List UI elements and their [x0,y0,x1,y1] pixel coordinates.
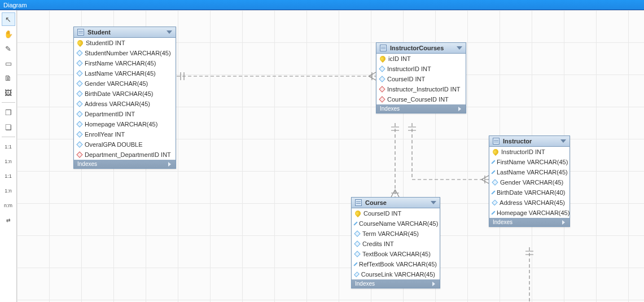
column-text: LastName VARCHAR(45) [85,70,156,77]
column-row[interactable]: Gender VARCHAR(45) [74,78,176,89]
column-text: Homepage VARCHAR(45) [497,209,569,216]
relation-1n-icon[interactable]: 1:n [5,155,12,168]
relation-11-icon[interactable]: 1:1 [5,140,12,154]
header-title: Diagram [3,2,27,8]
column-row[interactable]: FirstName VARCHAR(45) [74,58,176,68]
column-row[interactable]: Address VARCHAR(45) [489,198,569,208]
column-row[interactable]: TextBook VARCHAR(45) [352,249,440,259]
pencil-tool-icon[interactable]: ✎ [2,42,15,55]
column-text: InstructorID INT [501,148,545,155]
relation-nm-icon[interactable]: n:m [4,199,12,212]
column-row[interactable]: BirthDate VARCHAR(45) [74,89,176,99]
collapse-icon[interactable] [431,201,436,204]
column-row[interactable]: BirthDate VARCHAR(40) [489,187,569,198]
column-icon [76,121,82,127]
column-icon [354,230,360,237]
column-text: BirthDate VARCHAR(45) [85,90,153,97]
column-text: Instructor_InstructorID INT [387,86,461,93]
entity-footer[interactable]: Indexes [74,160,176,168]
column-row[interactable]: Address VARCHAR(45) [74,99,176,109]
rect-tool-icon[interactable]: ▭ [2,56,15,70]
column-text: StudentID INT [86,40,125,46]
column-row[interactable]: StudentNumber VARCHAR(45) [74,48,176,58]
column-row[interactable]: InstructorID INT [376,64,466,74]
column-row[interactable]: Homepage VARCHAR(45) [74,119,176,129]
expand-icon [168,162,171,167]
entity-course[interactable]: Course CourseID INTCourseName VARCHAR(45… [351,197,440,288]
column-text: Course_CourseID INT [387,96,449,103]
entity-rows: StudentID INTStudentNumber VARCHAR(45)Fi… [74,38,176,160]
entity-instructor[interactable]: Instructor InstructorID INTFirstName VAR… [489,135,570,227]
column-icon [492,200,498,206]
toolbar-separator [2,102,15,103]
column-row[interactable]: icID INT [376,54,466,64]
entity-footer[interactable]: Indexes [489,218,569,226]
entity-rows: InstructorID INTFirstName VARCHAR(45)Las… [489,147,569,218]
column-row[interactable]: CourseLink VARCHAR(45) [352,269,440,279]
column-row[interactable]: EnrollYear INT [74,129,176,139]
column-text: Gender VARCHAR(45) [500,179,563,186]
column-text: FirstName VARCHAR(45) [497,159,568,165]
relation-11b-icon[interactable]: 1:1 [5,169,12,183]
collapse-icon[interactable] [560,139,566,143]
send-back-icon[interactable]: ❏ [2,120,15,134]
primary-key-icon [354,209,362,217]
entity-footer-text: Indexes [355,281,375,287]
column-row[interactable]: Instructor_InstructorID INT [376,84,466,94]
relation-1nb-icon[interactable]: 1:n [5,184,12,198]
column-row[interactable]: CourseID INT [352,208,440,218]
column-text: Term VARCHAR(45) [362,230,419,237]
diagram-canvas[interactable]: Student StudentID INTStudentNumber VARCH… [17,10,644,302]
column-icon [76,70,82,76]
expand-icon [458,107,461,111]
column-row[interactable]: Gender VARCHAR(45) [489,177,569,187]
column-row[interactable]: StudentID INT [74,38,176,48]
image-tool-icon[interactable]: 🖼 [2,86,15,99]
column-row[interactable]: InstructorID INT [489,147,569,157]
column-row[interactable]: Course_CourseID INT [376,94,466,104]
collapse-icon[interactable] [167,30,172,34]
column-text: icID INT [388,55,411,62]
entity-title[interactable]: Instructor [489,136,569,147]
column-text: CourseLink VARCHAR(45) [361,271,435,278]
foreign-key-icon [379,96,385,102]
entity-title[interactable]: Student [74,27,176,38]
expand-icon [432,282,435,286]
column-row[interactable]: RefTextBook VARCHAR(45) [352,259,440,269]
entity-title-text: Instructor [503,138,532,145]
column-row[interactable]: Department_DepartmentID INT [74,150,176,160]
column-row[interactable]: Term VARCHAR(45) [352,229,440,239]
primary-key-icon [379,55,387,63]
column-text: TextBook VARCHAR(45) [362,251,431,257]
entity-instructorcourses[interactable]: InstructorCourses icID INTInstructorID I… [376,42,466,113]
column-row[interactable]: LastName VARCHAR(45) [74,68,176,78]
bring-front-icon[interactable]: ❐ [2,106,15,119]
column-icon [354,251,360,257]
hand-tool-icon[interactable]: ✋ [2,27,15,41]
column-icon [76,131,82,137]
table-icon [493,138,500,145]
column-row[interactable]: Homepage VARCHAR(45) [489,208,569,218]
entity-title-text: Course [365,199,387,206]
column-row[interactable]: DepartmentID INT [74,109,176,119]
cursor-tool-icon[interactable]: ↖ [2,12,15,26]
table-icon [380,45,387,51]
relation-nmb-icon[interactable]: ⇄ [6,213,11,227]
column-text: CourseName VARCHAR(45) [359,220,438,227]
entity-footer[interactable]: Indexes [376,104,466,113]
column-row[interactable]: Credits INT [352,239,440,249]
expand-icon [562,220,565,225]
entity-title[interactable]: InstructorCourses [376,43,466,54]
column-row[interactable]: FirstName VARCHAR(45) [489,157,569,167]
entity-footer[interactable]: Indexes [352,279,440,288]
entity-student[interactable]: Student StudentID INTStudentNumber VARCH… [73,27,176,169]
column-row[interactable]: LastName VARCHAR(45) [489,167,569,177]
collapse-icon[interactable] [457,46,462,50]
column-row[interactable]: OveralGPA DOUBLE [74,139,176,150]
entity-title[interactable]: Course [352,198,440,208]
column-row[interactable]: CourseID INT [376,74,466,84]
column-row[interactable]: CourseName VARCHAR(45) [352,218,440,229]
note-tool-icon[interactable]: 🗎 [2,71,15,85]
entity-title-text: InstructorCourses [390,45,444,51]
column-text: Credits INT [362,240,394,247]
